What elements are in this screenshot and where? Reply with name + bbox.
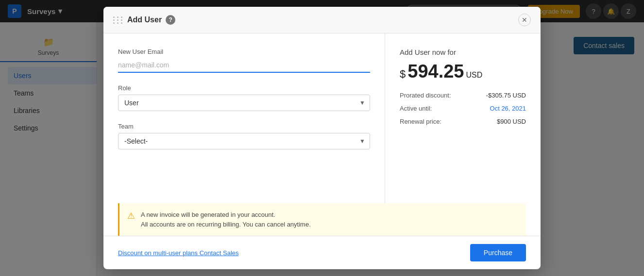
team-group: Team -Select- Team A Team B ▼ <box>118 123 370 149</box>
prorated-label: Prorated discount: <box>400 92 451 99</box>
email-input[interactable] <box>118 58 370 73</box>
modal-title-text: Add User <box>127 16 162 24</box>
modal-body: New User Email Role User Admin Viewer ▼ <box>103 33 541 203</box>
team-select[interactable]: -Select- Team A Team B <box>118 133 370 149</box>
renewal-value: $900 USD <box>497 118 526 125</box>
warning-text: A new invoice will be generated in your … <box>141 210 311 229</box>
role-select[interactable]: User Admin Viewer <box>118 95 370 111</box>
modal-header-left: Add User ? <box>113 15 175 25</box>
role-select-wrapper: User Admin Viewer ▼ <box>118 95 370 111</box>
prorated-value: -$305.75 USD <box>486 92 526 99</box>
modal-pricing: Add User now for $ 594.25 USD Prorated d… <box>385 33 541 203</box>
renewal-row: Renewal price: $900 USD <box>400 118 526 125</box>
pricing-title: Add User now for <box>400 48 526 56</box>
email-label: New User Email <box>118 48 370 55</box>
active-until-value: Oct 26, 2021 <box>490 105 526 112</box>
team-select-wrapper: -Select- Team A Team B ▼ <box>118 133 370 149</box>
renewal-label: Renewal price: <box>400 118 441 125</box>
role-label: Role <box>118 84 370 92</box>
warning-box: ⚠ A new invoice will be generated in you… <box>118 203 526 236</box>
warning-line2: All accounts are on recurring billing. Y… <box>141 220 311 229</box>
warning-icon: ⚠ <box>127 211 135 221</box>
role-group: Role User Admin Viewer ▼ <box>118 84 370 111</box>
pricing-amount: $ 594.25 USD <box>400 61 526 82</box>
modal-close-button[interactable]: ✕ <box>518 14 531 26</box>
email-group: New User Email <box>118 48 370 73</box>
price-currency: USD <box>466 71 482 80</box>
active-until-row: Active until: Oct 26, 2021 <box>400 105 526 112</box>
warning-line1: A new invoice will be generated in your … <box>141 210 311 220</box>
modal-form: New User Email Role User Admin Viewer ▼ <box>103 33 385 203</box>
discount-link[interactable]: Discount on multi-user plans Contact Sal… <box>118 249 239 257</box>
modal-header: Add User ? ✕ <box>103 7 541 33</box>
prorated-row: Prorated discount: -$305.75 USD <box>400 92 526 99</box>
modal-overlay: Add User ? ✕ New User Email Role User <box>0 0 644 276</box>
team-label: Team <box>118 123 370 130</box>
price-number: 594.25 <box>407 61 464 82</box>
modal-title: Add User ? <box>127 15 175 25</box>
active-until-label: Active until: <box>400 105 432 112</box>
dollar-sign: $ <box>400 68 406 81</box>
modal-footer: Discount on multi-user plans Contact Sal… <box>103 236 541 269</box>
modal-help-icon[interactable]: ? <box>166 15 175 25</box>
add-user-modal: Add User ? ✕ New User Email Role User <box>103 7 541 269</box>
drag-handle[interactable] <box>113 16 123 24</box>
purchase-button[interactable]: Purchase <box>470 244 526 261</box>
